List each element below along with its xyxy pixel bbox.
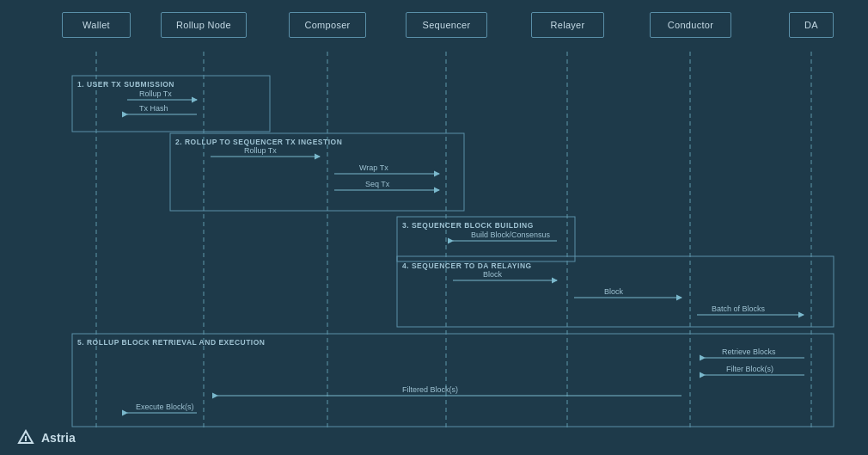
svg-text:Tx Hash: Tx Hash	[139, 104, 168, 113]
conductor-label: Conductor	[668, 20, 713, 30]
svg-rect-8	[170, 133, 464, 211]
sequencer-box: Sequencer	[406, 12, 487, 38]
composer-label: Composer	[304, 20, 350, 30]
svg-text:5. ROLLUP BLOCK RETRIEVAL AND : 5. ROLLUP BLOCK RETRIEVAL AND EXECUTION	[77, 338, 265, 347]
svg-text:4. SEQUENCER TO DA RELAYING: 4. SEQUENCER TO DA RELAYING	[402, 261, 532, 270]
astria-logo-icon	[17, 429, 34, 446]
footer: Astria	[17, 429, 76, 446]
svg-text:2. ROLLUP TO SEQUENCER TX INGE: 2. ROLLUP TO SEQUENCER TX INGESTION	[175, 138, 342, 146]
relayer-box: Relayer	[531, 12, 604, 38]
composer-box: Composer	[289, 12, 366, 38]
footer-logo-text: Astria	[41, 431, 76, 445]
da-label: DA	[804, 20, 818, 30]
svg-text:Seq Tx: Seq Tx	[365, 180, 390, 188]
svg-rect-11	[72, 334, 834, 427]
svg-text:Wrap Tx: Wrap Tx	[359, 163, 388, 172]
svg-text:Retrieve Blocks: Retrieve Blocks	[722, 347, 776, 356]
svg-rect-7	[72, 76, 270, 132]
svg-text:Rollup Tx: Rollup Tx	[244, 146, 277, 155]
rollup-node-box: Rollup Node	[161, 12, 247, 38]
svg-text:Block: Block	[483, 270, 503, 279]
svg-text:Batch of Blocks: Batch of Blocks	[712, 304, 766, 313]
wallet-label: Wallet	[83, 20, 110, 30]
svg-rect-10	[397, 256, 834, 327]
svg-text:3. SEQUENCER BLOCK BUILDING: 3. SEQUENCER BLOCK BUILDING	[402, 221, 534, 230]
svg-text:Block: Block	[604, 287, 624, 296]
relayer-label: Relayer	[550, 20, 584, 30]
conductor-box: Conductor	[650, 12, 731, 38]
svg-text:Build Block/Consensus: Build Block/Consensus	[471, 231, 551, 239]
svg-text:Filtered Block(s): Filtered Block(s)	[402, 385, 458, 394]
wallet-box: Wallet	[62, 12, 131, 38]
svg-text:Execute Block(s): Execute Block(s)	[136, 403, 194, 411]
arrows-layer: 1. USER TX SUBMISSION 2. ROLLUP TO SEQUE…	[0, 0, 868, 455]
da-box: DA	[789, 12, 834, 38]
rollup-node-label: Rollup Node	[176, 20, 231, 30]
svg-rect-9	[397, 217, 575, 261]
svg-text:Rollup Tx: Rollup Tx	[139, 89, 172, 98]
sequencer-label: Sequencer	[423, 20, 471, 30]
svg-text:Filter Block(s): Filter Block(s)	[726, 365, 773, 373]
svg-text:1. USER TX SUBMISSION: 1. USER TX SUBMISSION	[77, 80, 174, 89]
diagram-container: 1. USER TX SUBMISSION 2. ROLLUP TO SEQUE…	[0, 0, 868, 455]
